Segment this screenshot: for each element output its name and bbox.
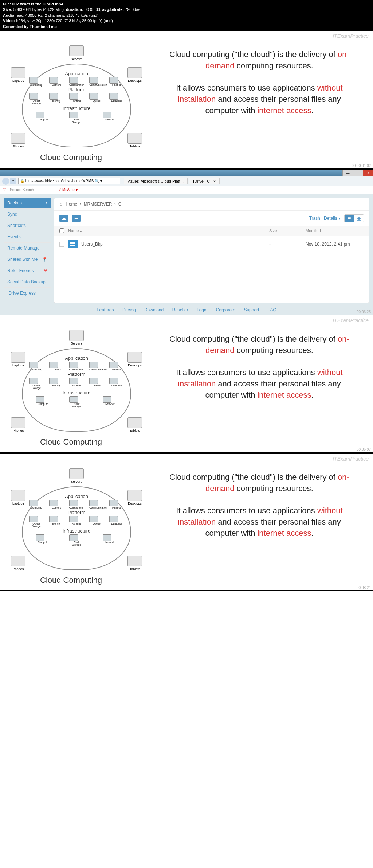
desktop-icon [127, 352, 142, 363]
select-all-checkbox[interactable] [59, 228, 64, 233]
footer-pricing[interactable]: Pricing [122, 307, 136, 312]
close-button[interactable]: ✕ [363, 170, 373, 176]
add-button[interactable]: ＋ [72, 215, 81, 222]
slide-text: Cloud computing ("the cloud") is the del… [153, 31, 373, 168]
device-tablets: Tablets [124, 133, 146, 148]
breadcrumb-c[interactable]: C [118, 202, 122, 207]
secure-search-field[interactable]: Secure Search [8, 187, 56, 192]
footer-links: Features Pricing Download Reseller Legal… [0, 307, 373, 312]
network-icon [103, 112, 111, 118]
laptop-icon [11, 352, 25, 363]
brand-logo: ITExamPractice [333, 33, 369, 39]
footer-legal[interactable]: Legal [197, 307, 207, 312]
breadcrumb: ⌂ Home › MRMSERVER › C [54, 198, 369, 211]
details-dropdown[interactable]: Details ▾ [324, 216, 341, 221]
window-titlebar: — □ ✕ [0, 170, 373, 176]
runtime-icon [69, 93, 78, 100]
tab-idrive[interactable]: IDrive - C × [189, 178, 220, 184]
address-bar: ← → 🔒 https://www.idrive.com/idrive/home… [0, 176, 373, 186]
row-checkbox[interactable] [59, 242, 64, 247]
finance-icon [109, 77, 118, 84]
server-icon [69, 330, 84, 341]
grid-view-button[interactable]: ▦ [354, 215, 364, 222]
forward-button[interactable]: → [10, 178, 16, 184]
maximize-button[interactable]: □ [353, 170, 363, 176]
cloud-diagram: Application Monitoring Content Collabora… [22, 348, 131, 432]
layer-application: Application [26, 71, 127, 76]
timestamp: 00:00:01:02 [352, 164, 371, 168]
device-servers: Servers [66, 45, 87, 61]
slide-4: ITExamPractice Servers Laptops Desktops … [0, 453, 373, 591]
table-row[interactable]: Users_Bkp - Nov 10, 2012, 2:41 pm [54, 236, 369, 252]
tablet-icon [127, 417, 142, 428]
footer-features[interactable]: Features [97, 307, 114, 312]
footer-reseller[interactable]: Reseller [172, 307, 188, 312]
trash-link[interactable]: Trash [309, 216, 320, 221]
slide-1: ITExamPractice Servers Laptops Desktops … [0, 31, 373, 169]
server-icon [69, 45, 84, 56]
timestamp: 00:08:21 [357, 586, 371, 590]
tablet-icon [127, 133, 142, 144]
cloud-title: Cloud Computing [40, 153, 102, 162]
phone-icon [11, 133, 25, 144]
footer-download[interactable]: Download [144, 307, 164, 312]
timestamp: 00:03:25 [357, 310, 371, 314]
device-phones: Phones [7, 133, 29, 148]
thumbnail-header: File: 002 What is the Cloud.mp4 Size: 50… [0, 0, 373, 31]
sidebar-item-shared[interactable]: Shared with Me📍 [4, 254, 51, 265]
sidebar-item-express[interactable]: IDrive Express [4, 288, 51, 299]
heart-icon: ❤ [44, 268, 47, 273]
minimize-button[interactable]: — [342, 170, 353, 176]
tab-azure[interactable]: Azure: Microsoft's Cloud Platf... [124, 178, 188, 184]
content-icon [49, 77, 58, 84]
monitoring-icon [29, 77, 38, 84]
breadcrumb-home[interactable]: Home [66, 202, 77, 207]
mcafee-icon: 🛡 [3, 188, 7, 192]
queue-icon [89, 93, 98, 100]
back-button[interactable]: ← [2, 178, 9, 185]
block-storage-icon [69, 112, 78, 118]
sidebar-item-remote[interactable]: Remote Manage [4, 243, 51, 254]
layer-platform: Platform [26, 87, 127, 92]
row-modified: Nov 10, 2012, 2:41 pm [306, 242, 364, 247]
cloud-diagram: Application Monitoring Content Collabora… [22, 64, 131, 147]
folder-icon [68, 240, 78, 248]
upload-button[interactable]: ☁ [59, 215, 68, 222]
communication-icon [89, 77, 98, 84]
list-view-button[interactable]: ≡ [345, 215, 354, 222]
phone-icon [11, 417, 25, 428]
breadcrumb-server[interactable]: MRMSERVER [84, 202, 112, 207]
desktop-icon [127, 67, 142, 78]
sidebar-item-backup[interactable]: Backup› [4, 198, 51, 209]
footer-faq[interactable]: FAQ [268, 307, 276, 312]
compute-icon [36, 112, 44, 118]
th-size[interactable]: Size [269, 228, 306, 234]
sidebar-item-events[interactable]: Events [4, 231, 51, 243]
th-modified[interactable]: Modified [306, 228, 364, 234]
database-icon [109, 93, 118, 100]
share-icon: 📍 [42, 257, 47, 262]
footer-corporate[interactable]: Corporate [216, 307, 235, 312]
slide-3: ITExamPractice Servers Laptops Desktops … [0, 315, 373, 453]
url-field[interactable]: 🔒 https://www.idrive.com/idrive/home/MRM… [18, 178, 120, 184]
identity-icon [49, 93, 58, 100]
sidebar-item-sync[interactable]: Sync [4, 209, 51, 220]
mcafee-label: ✔ McAfee ▾ [58, 188, 77, 192]
timestamp: 00:05:07 [357, 447, 371, 451]
chevron-right-icon: › [46, 200, 47, 206]
sidebar-item-refer[interactable]: Refer Friends❤ [4, 265, 51, 276]
object-storage-icon [29, 93, 38, 100]
row-size: - [269, 242, 306, 247]
device-desktops: Desktops [124, 67, 146, 83]
collaboration-icon [69, 77, 78, 84]
brand-logo: ITExamPractice [333, 318, 369, 323]
sidebar: Backup› Sync Shortcuts Events Remote Man… [4, 198, 51, 303]
sidebar-item-shortcuts[interactable]: Shortcuts [4, 220, 51, 231]
home-icon[interactable]: ⌂ [59, 202, 62, 207]
brand-logo: ITExamPractice [333, 456, 369, 462]
slide-2-browser: — □ ✕ ← → 🔒 https://www.idrive.com/idriv… [0, 169, 373, 315]
footer-support[interactable]: Support [244, 307, 259, 312]
sidebar-item-social[interactable]: Social Data Backup [4, 276, 51, 288]
th-name[interactable]: Name ▴ [68, 228, 269, 234]
device-laptops: Laptops [7, 67, 29, 83]
